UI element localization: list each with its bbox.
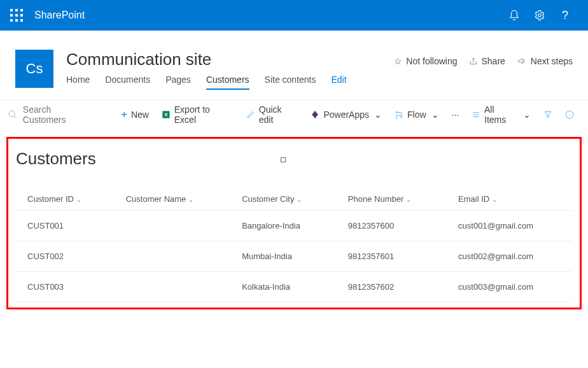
col-customer-id[interactable]: Customer ID⌄ bbox=[16, 188, 115, 211]
info-icon bbox=[565, 110, 574, 119]
table-row[interactable]: CUST003 Kolkata-India 9812357602 cust003… bbox=[16, 272, 572, 302]
powerapps-button[interactable]: PowerApps⌄ bbox=[304, 110, 388, 120]
svg-point-1 bbox=[9, 111, 15, 117]
chevron-down-icon: ⌄ bbox=[374, 110, 382, 120]
list-title: Customers bbox=[16, 149, 572, 169]
chevron-down-icon: ⌄ bbox=[76, 196, 81, 203]
customers-table: Customer ID⌄ Customer Name⌄ Customer Cit… bbox=[16, 188, 572, 302]
cell-phone: 9812357600 bbox=[337, 211, 447, 241]
nav-pages[interactable]: Pages bbox=[165, 74, 191, 90]
site-logo: Cs bbox=[15, 50, 53, 88]
col-customer-name[interactable]: Customer Name⌄ bbox=[115, 188, 230, 211]
more-button[interactable]: ··· bbox=[445, 110, 466, 120]
chevron-down-icon: ⌄ bbox=[406, 196, 411, 203]
chevron-down-icon: ⌄ bbox=[297, 196, 302, 203]
cell-city: Mumbai-India bbox=[230, 241, 337, 272]
app-launcher-icon[interactable] bbox=[10, 9, 23, 22]
cell-name bbox=[115, 241, 230, 272]
cell-email: cust003@gmail.com bbox=[447, 272, 572, 302]
chevron-down-icon: ⌄ bbox=[523, 110, 531, 120]
nav-site-contents[interactable]: Site contents bbox=[265, 74, 316, 90]
pencil-icon bbox=[246, 110, 255, 119]
resize-handle-icon bbox=[281, 157, 286, 162]
cell-id: CUST003 bbox=[16, 272, 115, 302]
nav-customers[interactable]: Customers bbox=[206, 74, 249, 90]
site-title: Communication site bbox=[66, 50, 347, 69]
cell-name bbox=[115, 211, 230, 241]
svg-point-3 bbox=[396, 111, 397, 113]
cell-city: Kolkata-India bbox=[230, 272, 337, 302]
list-icon bbox=[472, 110, 480, 119]
col-phone[interactable]: Phone Number⌄ bbox=[337, 188, 447, 211]
chevron-down-icon: ⌄ bbox=[188, 196, 193, 203]
cell-city: Bangalore-India bbox=[230, 211, 337, 241]
nav-documents[interactable]: Documents bbox=[105, 74, 150, 90]
plus-icon: + bbox=[122, 109, 127, 120]
export-button[interactable]: Export to Excel bbox=[155, 104, 240, 125]
cell-name bbox=[115, 272, 230, 302]
cell-phone: 9812357602 bbox=[337, 272, 447, 302]
settings-icon[interactable] bbox=[527, 3, 552, 28]
svg-point-4 bbox=[400, 116, 402, 117]
cell-id: CUST002 bbox=[16, 241, 115, 272]
next-steps-button[interactable]: Next steps bbox=[517, 56, 573, 66]
col-customer-city[interactable]: Customer City⌄ bbox=[230, 188, 337, 211]
share-icon bbox=[469, 57, 478, 66]
cell-email: cust001@gmail.com bbox=[447, 211, 572, 241]
info-button[interactable] bbox=[559, 110, 580, 119]
help-icon[interactable]: ? bbox=[552, 3, 578, 28]
table-row[interactable]: CUST002 Mumbai-India 9812357601 cust002@… bbox=[16, 241, 572, 272]
highlighted-region: Customers Customer ID⌄ Customer Name⌄ Cu… bbox=[6, 137, 582, 309]
col-email[interactable]: Email ID⌄ bbox=[447, 188, 572, 211]
megaphone-icon bbox=[517, 57, 527, 66]
chevron-down-icon: ⌄ bbox=[431, 110, 439, 120]
notifications-icon[interactable] bbox=[501, 3, 527, 28]
excel-icon bbox=[162, 110, 171, 119]
cell-phone: 9812357601 bbox=[337, 241, 447, 272]
brand-label: SharePoint bbox=[34, 10, 85, 21]
chevron-down-icon: ⌄ bbox=[492, 196, 497, 203]
table-row[interactable]: CUST001 Bangalore-India 9812357600 cust0… bbox=[16, 211, 572, 241]
search-icon bbox=[8, 110, 18, 120]
ellipsis-icon: ··· bbox=[452, 110, 459, 120]
svg-point-0 bbox=[538, 14, 542, 17]
nav-home[interactable]: Home bbox=[66, 74, 90, 90]
new-button[interactable]: +New bbox=[115, 109, 155, 120]
share-button[interactable]: Share bbox=[469, 56, 505, 66]
powerapps-icon bbox=[311, 110, 319, 119]
flow-icon bbox=[395, 110, 403, 119]
nav-edit[interactable]: Edit bbox=[332, 74, 347, 90]
quick-edit-button[interactable]: Quick edit bbox=[240, 104, 304, 125]
star-icon: ☆ bbox=[394, 56, 402, 66]
filter-button[interactable] bbox=[537, 110, 559, 119]
follow-button[interactable]: ☆Not following bbox=[394, 56, 457, 66]
filter-icon bbox=[543, 110, 552, 119]
flow-button[interactable]: Flow⌄ bbox=[388, 110, 445, 120]
search-input[interactable]: Search Customers bbox=[8, 104, 115, 125]
cell-email: cust002@gmail.com bbox=[447, 241, 572, 272]
cell-id: CUST001 bbox=[16, 211, 115, 241]
view-selector[interactable]: All Items⌄ bbox=[465, 104, 537, 125]
